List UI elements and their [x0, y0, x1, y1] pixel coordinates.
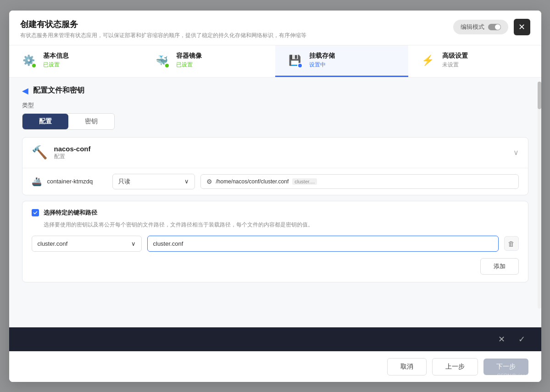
modal-close-button[interactable]: ✕ [514, 19, 530, 35]
toggle-icon [488, 24, 501, 30]
modal-subtitle: 有状态服务用来管理有状态应用，可以保证部署和扩容缩容的顺序，提供了稳定的持久化存… [20, 32, 306, 39]
next-button[interactable]: 下一步 [483, 359, 528, 375]
step-container-status: 已设置 [176, 61, 202, 69]
config-card-info: nacos-conf 配置 [54, 145, 91, 160]
section-header: ◀ 配置文件和密钥 [9, 77, 541, 101]
modal-body: ◀ 配置文件和密钥 类型 配置 密钥 🔨 nacos-conf 配置 [9, 77, 541, 327]
step-basic-name: 基本信息 [43, 52, 69, 60]
checkbox-label: 选择特定的键和路径 [44, 209, 97, 217]
scrollbar[interactable] [538, 82, 541, 309]
bottom-dark-bar: ✕ ✓ [9, 327, 541, 351]
path-text: /home/nacos/conf/cluster.conf [216, 178, 289, 185]
step-advanced-status: 未设置 [442, 61, 468, 69]
check-dot-container [164, 63, 170, 68]
step-mount-status: 设置中 [309, 61, 335, 69]
step-basic-info[interactable]: ⚙️ 基本信息 已设置 [9, 45, 142, 77]
checkbox-row: 选择特定的键和路径 [32, 209, 519, 217]
check-dot-basic [31, 63, 37, 68]
step-advanced-text: 高级设置 未设置 [442, 52, 468, 69]
step-advanced-settings[interactable]: ⚡ 高级设置 未设置 [408, 45, 541, 77]
modal-footer: 取消 上一步 下一步 [9, 351, 541, 382]
dropdown-arrow-icon: ∨ [184, 178, 189, 185]
bar-check-button[interactable]: ✓ [516, 333, 528, 346]
config-card: 🔨 nacos-conf 配置 ∨ 🚢 container-ktmzdq 只读 [22, 137, 528, 195]
bar-close-icon: ✕ [498, 334, 505, 344]
modal-title: 创建有状态服务 [20, 19, 306, 30]
config-card-left: 🔨 nacos-conf 配置 [32, 145, 91, 160]
step-container-image[interactable]: 🐳 容器镜像 已设置 [142, 45, 275, 77]
key-dropdown-value: cluster.conf [38, 240, 68, 247]
bar-check-icon: ✓ [518, 334, 525, 344]
step-mount-name: 挂载存储 [309, 52, 335, 60]
trash-icon: 🗑 [508, 240, 515, 248]
config-type: 配置 [54, 153, 91, 160]
modal-overlay: 创建有状态服务 有状态服务用来管理有状态应用，可以保证部署和扩容缩容的顺序，提供… [0, 0, 550, 392]
step-advanced-name: 高级设置 [442, 52, 468, 60]
step-container-name: 容器镜像 [176, 52, 202, 60]
bar-close-button[interactable]: ✕ [495, 333, 508, 346]
edit-mode-button[interactable]: 编辑模式 [453, 20, 508, 34]
modal-header-actions: 编辑模式 ✕ [453, 19, 530, 35]
step-mount-text: 挂载存储 设置中 [309, 52, 335, 69]
modal: 创建有状态服务 有状态服务用来管理有状态应用，可以保证部署和扩容缩容的顺序，提供… [9, 11, 541, 382]
path-input[interactable] [147, 236, 499, 252]
step-basic-status: 已设置 [43, 61, 69, 69]
step-container-image-icon: 🐳 [153, 52, 171, 69]
active-dot-storage [297, 63, 303, 68]
prev-button[interactable]: 上一步 [432, 358, 478, 375]
access-mode-dropdown[interactable]: 只读 ∨ [112, 174, 195, 189]
modal-header-info: 创建有状态服务 有状态服务用来管理有状态应用，可以保证部署和扩容缩容的顺序，提供… [20, 19, 306, 39]
edit-mode-label: 编辑模式 [461, 23, 484, 31]
back-arrow-icon[interactable]: ◀ [22, 86, 28, 96]
type-btn-secret[interactable]: 密钥 [68, 114, 114, 129]
steps-bar: ⚙️ 基本信息 已设置 🐳 容器镜像 已设置 [9, 45, 541, 77]
step-basic-info-text: 基本信息 已设置 [43, 52, 69, 69]
container-name-label: container-ktmzdq [47, 178, 107, 185]
close-icon: ✕ [518, 22, 525, 32]
config-name: nacos-conf [54, 145, 91, 153]
delete-key-button[interactable]: 🗑 [504, 236, 519, 251]
path-badge: cluster.... [292, 178, 317, 185]
key-path-row: cluster.conf ∨ 🗑 [32, 236, 519, 252]
checkbox-select-path[interactable] [32, 209, 39, 216]
config-row: 🚢 container-ktmzdq 只读 ∨ ⚙ /home/nacos/co… [22, 168, 528, 195]
add-key-button[interactable]: 添加 [480, 258, 519, 275]
section-title: 配置文件和密钥 [33, 86, 84, 95]
step-mount-storage-icon: 💾 [286, 52, 304, 69]
type-buttons-group: 配置 密钥 [22, 113, 115, 130]
add-btn-row: 添加 [32, 258, 519, 275]
modal-header: 创建有状态服务 有状态服务用来管理有状态应用，可以保证部署和扩容缩容的顺序，提供… [9, 11, 541, 45]
config-card-header: 🔨 nacos-conf 配置 ∨ [22, 138, 528, 168]
type-btn-config[interactable]: 配置 [22, 114, 68, 129]
select-path-card: 选择特定的键和路径 选择要使用的密钥以及将公开每个密钥的文件路径，文件路径相当于… [22, 201, 528, 282]
type-label: 类型 [22, 101, 528, 110]
chevron-down-icon[interactable]: ∨ [513, 148, 519, 157]
scrollbar-thumb[interactable] [538, 82, 541, 109]
step-mount-storage[interactable]: 💾 挂载存储 设置中 [275, 45, 408, 77]
step-basic-info-icon: ⚙️ [20, 52, 38, 69]
checkbox-desc: 选择要使用的密钥以及将公开每个密钥的文件路径，文件路径相当于装载路径，每个文件的… [44, 221, 519, 229]
config-tool-icon: 🔨 [32, 145, 48, 160]
step-container-text: 容器镜像 已设置 [176, 52, 202, 69]
key-dropdown-arrow-icon: ∨ [131, 240, 136, 247]
cancel-button[interactable]: 取消 [387, 358, 427, 375]
container-ship-icon: 🚢 [32, 177, 42, 187]
checkbox-check-icon [33, 210, 38, 215]
step-advanced-settings-icon: ⚡ [419, 52, 437, 69]
gear-icon: ⚙ [206, 178, 212, 185]
access-mode-value: 只读 [118, 177, 130, 186]
path-box: ⚙ /home/nacos/conf/cluster.conf cluster.… [200, 174, 519, 189]
key-dropdown[interactable]: cluster.conf ∨ [32, 236, 142, 252]
